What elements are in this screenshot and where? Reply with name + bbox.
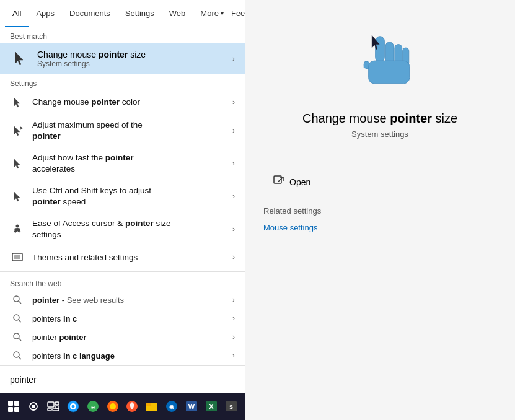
svg-rect-25 xyxy=(48,408,51,411)
cursor-icon xyxy=(10,157,25,170)
divider xyxy=(0,271,245,272)
svg-rect-38 xyxy=(146,405,157,411)
svg-point-10 xyxy=(14,315,19,320)
firefox-icon[interactable] xyxy=(104,394,121,419)
search-icon xyxy=(10,295,25,305)
web-search-item[interactable]: pointer pointer › xyxy=(0,328,245,346)
svg-rect-17 xyxy=(14,401,19,406)
edge-icon[interactable]: e xyxy=(84,394,102,419)
arrow-icon: › xyxy=(232,253,235,261)
web-search-item[interactable]: pointers in c language › xyxy=(0,346,245,365)
svg-rect-19 xyxy=(14,407,19,412)
best-match-text: Change mouse pointer size System setting… xyxy=(37,50,146,68)
themes-icon xyxy=(10,251,25,263)
search-icon xyxy=(10,332,25,342)
best-match-item[interactable]: Change mouse pointer size System setting… xyxy=(0,43,245,74)
detail-icon xyxy=(343,25,417,99)
settings-section-label: Settings xyxy=(0,74,245,90)
svg-rect-7 xyxy=(14,255,20,259)
arrow-icon: › xyxy=(232,333,235,341)
arrow-icon: › xyxy=(232,98,235,107)
list-item-text: Use Ctrl and Shift keys to adjustpointer… xyxy=(32,185,225,207)
store-icon[interactable] xyxy=(64,394,82,419)
svg-point-34 xyxy=(110,403,116,409)
start-button[interactable] xyxy=(5,394,22,419)
svg-line-54 xyxy=(278,177,283,182)
list-item-text: Themes and related settings xyxy=(32,252,225,263)
cursor-icon xyxy=(10,96,25,108)
cursor-icon xyxy=(10,125,25,137)
detail-divider xyxy=(263,164,496,164)
tab-more[interactable]: More ▾ xyxy=(193,0,231,27)
cortana-button[interactable] xyxy=(25,394,42,419)
arrow-icon: › xyxy=(232,295,235,304)
taskbar: e ◉ xyxy=(0,393,245,420)
svg-rect-23 xyxy=(55,402,59,405)
cursor-icon xyxy=(10,190,25,203)
tab-documents[interactable]: Documents xyxy=(62,0,118,27)
arrow-icon: › xyxy=(232,55,235,63)
app2-icon[interactable]: S xyxy=(222,394,240,419)
list-item[interactable]: Change mouse pointer color › xyxy=(0,90,245,114)
list-item[interactable]: Themes and related settings › xyxy=(0,245,245,269)
list-item[interactable]: Adjust maximum speed of thepointer › xyxy=(0,114,245,147)
pointer-icon xyxy=(10,50,30,68)
svg-text:◉: ◉ xyxy=(169,404,174,410)
task-view-button[interactable] xyxy=(45,394,62,419)
svg-text:X: X xyxy=(209,403,214,410)
list-item[interactable]: Adjust how fast the pointeraccelerates › xyxy=(0,147,245,180)
arrow-icon: › xyxy=(232,225,235,234)
svg-text:S: S xyxy=(229,404,233,410)
search-panel: All Apps Documents Settings Web More ▾ F… xyxy=(0,0,245,420)
mouse-settings-link[interactable]: Mouse settings xyxy=(263,222,496,234)
detail-panel: Change mouse pointer size System setting… xyxy=(245,0,515,420)
search-icon xyxy=(10,313,25,323)
tab-settings[interactable]: Settings xyxy=(118,0,162,27)
arrow-icon: › xyxy=(232,159,235,168)
svg-line-15 xyxy=(19,357,21,359)
search-input-area xyxy=(0,365,245,393)
web-search-item[interactable]: pointers in c › xyxy=(0,309,245,328)
results-area: Best match Change mouse pointer size Sys… xyxy=(0,27,245,420)
list-item-text: Ease of Access cursor & pointer sizesett… xyxy=(32,218,225,240)
list-item-text: Change mouse pointer color xyxy=(32,97,225,108)
search-web-label: Search the web xyxy=(0,274,245,291)
app1-icon[interactable]: ◉ xyxy=(163,394,180,419)
svg-text:e: e xyxy=(91,403,95,411)
word-icon[interactable]: W xyxy=(183,394,200,419)
best-match-title: Change mouse pointer size xyxy=(37,50,146,59)
tab-web[interactable]: Web xyxy=(162,0,193,27)
arrow-icon: › xyxy=(232,351,235,360)
excel-icon[interactable]: X xyxy=(203,394,220,419)
svg-rect-16 xyxy=(8,401,13,406)
svg-point-14 xyxy=(14,352,19,357)
best-match-subtitle: System settings xyxy=(37,59,146,68)
svg-line-13 xyxy=(19,338,21,341)
web-item-text: pointer pointer xyxy=(32,333,225,342)
tabs-bar: All Apps Documents Settings Web More ▾ F… xyxy=(0,0,245,27)
search-input[interactable] xyxy=(10,375,235,385)
web-search-item[interactable]: pointer - See web results › xyxy=(0,291,245,309)
ease-of-access-icon xyxy=(10,223,25,235)
list-item-text: Adjust maximum speed of thepointer xyxy=(32,120,225,141)
tab-all[interactable]: All xyxy=(5,0,29,27)
list-item[interactable]: Ease of Access cursor & pointer sizesett… xyxy=(0,212,245,245)
open-icon xyxy=(273,175,284,189)
web-item-text: pointer - See web results xyxy=(32,295,225,305)
file-explorer-icon[interactable] xyxy=(143,394,161,419)
svg-rect-22 xyxy=(48,402,54,407)
web-item-text: pointers in c xyxy=(32,314,225,323)
brave-icon[interactable] xyxy=(124,394,141,419)
open-button[interactable]: Open xyxy=(263,170,496,194)
arrow-icon: › xyxy=(232,314,235,323)
detail-subtitle: System settings xyxy=(351,129,408,139)
related-settings: Related settings Mouse settings xyxy=(263,206,496,234)
svg-point-12 xyxy=(14,333,19,339)
svg-point-8 xyxy=(14,296,19,302)
tab-apps[interactable]: Apps xyxy=(29,0,62,27)
list-item[interactable]: Use Ctrl and Shift keys to adjustpointer… xyxy=(0,180,245,212)
svg-rect-52 xyxy=(369,61,410,84)
svg-point-3 xyxy=(16,224,19,227)
svg-line-9 xyxy=(19,301,21,304)
web-item-text: pointers in c language xyxy=(32,351,225,361)
